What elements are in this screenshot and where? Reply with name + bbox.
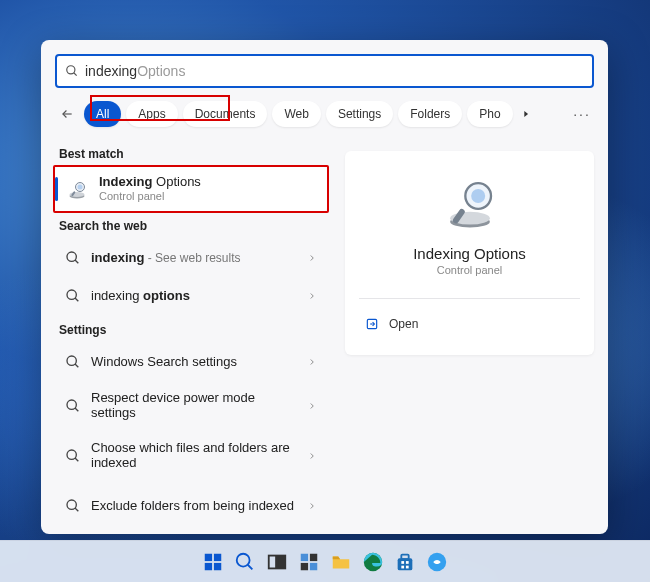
section-best-match: Best match bbox=[59, 147, 323, 161]
widgets-icon bbox=[298, 551, 320, 573]
filter-settings[interactable]: Settings bbox=[326, 101, 393, 127]
filter-photos[interactable]: Pho bbox=[467, 101, 512, 127]
search-icon bbox=[65, 448, 81, 464]
search-icon bbox=[65, 398, 81, 414]
svg-rect-36 bbox=[310, 553, 317, 560]
file-explorer-button[interactable] bbox=[327, 548, 355, 576]
search-icon bbox=[65, 354, 81, 370]
search-icon bbox=[65, 250, 81, 266]
chevron-right-icon bbox=[307, 501, 317, 511]
svg-rect-30 bbox=[214, 562, 221, 569]
web-result-indexing[interactable]: indexing - See web results bbox=[55, 239, 327, 277]
svg-rect-27 bbox=[205, 553, 212, 560]
app-icon bbox=[426, 551, 448, 573]
chevron-right-icon bbox=[307, 357, 317, 367]
best-match-item[interactable]: Indexing Options Control panel bbox=[55, 167, 327, 211]
svg-rect-38 bbox=[310, 562, 317, 569]
svg-point-19 bbox=[67, 500, 76, 509]
settings-result[interactable]: Exclude folders from being indexed bbox=[55, 481, 327, 531]
section-settings: Settings bbox=[59, 323, 323, 337]
section-search-web: Search the web bbox=[59, 219, 323, 233]
svg-rect-28 bbox=[214, 553, 221, 560]
svg-rect-44 bbox=[401, 565, 404, 568]
task-view-icon bbox=[266, 551, 288, 573]
filter-folders[interactable]: Folders bbox=[398, 101, 462, 127]
filter-apps[interactable]: Apps bbox=[126, 101, 177, 127]
svg-point-17 bbox=[67, 450, 76, 459]
results-panel: Best match Indexing Options Control pane… bbox=[41, 139, 341, 534]
svg-line-18 bbox=[75, 458, 78, 461]
search-window: indexing Options All Apps Documents Web … bbox=[41, 40, 608, 534]
svg-rect-43 bbox=[406, 561, 409, 564]
svg-rect-29 bbox=[205, 562, 212, 569]
settings-result[interactable]: Choose which files and folders are index… bbox=[55, 431, 327, 481]
svg-rect-41 bbox=[401, 554, 408, 559]
open-label: Open bbox=[389, 317, 418, 331]
svg-point-15 bbox=[67, 400, 76, 409]
start-button[interactable] bbox=[199, 548, 227, 576]
open-icon bbox=[365, 317, 379, 331]
indexing-options-icon bbox=[65, 177, 89, 201]
detail-panel: Indexing Options Control panel Open bbox=[345, 151, 594, 355]
best-match-subtitle: Control panel bbox=[99, 190, 201, 203]
filter-all[interactable]: All bbox=[84, 101, 121, 127]
svg-point-31 bbox=[237, 553, 250, 566]
chevron-right-icon bbox=[307, 253, 317, 263]
chevron-right-icon bbox=[307, 291, 317, 301]
svg-rect-45 bbox=[406, 565, 409, 568]
chevron-right-icon bbox=[307, 401, 317, 411]
store-button[interactable] bbox=[391, 548, 419, 576]
search-input[interactable]: indexing Options bbox=[55, 54, 594, 88]
svg-rect-35 bbox=[301, 553, 308, 560]
chevron-right-icon bbox=[307, 451, 317, 461]
filter-row: All Apps Documents Web Settings Folders … bbox=[55, 99, 594, 129]
detail-title: Indexing Options bbox=[363, 245, 576, 262]
overflow-menu-button[interactable]: ··· bbox=[570, 106, 594, 122]
svg-rect-37 bbox=[301, 562, 308, 569]
settings-result[interactable]: Respect device power mode settings bbox=[55, 381, 327, 431]
settings-result[interactable]: Windows Search settings bbox=[55, 343, 327, 381]
svg-point-9 bbox=[67, 252, 76, 261]
divider bbox=[359, 298, 580, 299]
folder-icon bbox=[330, 551, 352, 573]
search-typed-text: indexing bbox=[85, 63, 137, 79]
svg-point-0 bbox=[67, 66, 75, 74]
svg-rect-34 bbox=[278, 555, 285, 568]
search-icon bbox=[65, 64, 79, 78]
settings-result-label: Respect device power mode settings bbox=[91, 391, 297, 421]
edge-button[interactable] bbox=[359, 548, 387, 576]
windows-icon bbox=[202, 551, 224, 573]
indexing-options-icon bbox=[442, 175, 498, 231]
web-result-indexing-options[interactable]: indexing options bbox=[55, 277, 327, 315]
filter-documents[interactable]: Documents bbox=[183, 101, 268, 127]
store-icon bbox=[394, 551, 416, 573]
svg-line-12 bbox=[75, 298, 78, 301]
app-button[interactable] bbox=[423, 548, 451, 576]
detail-subtitle: Control panel bbox=[363, 264, 576, 276]
best-match-title: Indexing Options bbox=[99, 175, 201, 190]
back-button[interactable] bbox=[55, 102, 79, 126]
svg-line-32 bbox=[248, 564, 253, 569]
task-view-button[interactable] bbox=[263, 548, 291, 576]
svg-marker-3 bbox=[524, 111, 528, 117]
filter-more-button[interactable] bbox=[518, 109, 534, 119]
svg-point-13 bbox=[67, 356, 76, 365]
svg-line-1 bbox=[74, 73, 77, 76]
taskbar-search-button[interactable] bbox=[231, 548, 259, 576]
search-icon bbox=[234, 551, 256, 573]
svg-rect-33 bbox=[269, 555, 276, 568]
svg-rect-42 bbox=[401, 561, 404, 564]
svg-line-20 bbox=[75, 508, 78, 511]
settings-result-label: Exclude folders from being indexed bbox=[91, 499, 297, 514]
filter-web[interactable]: Web bbox=[272, 101, 320, 127]
svg-point-24 bbox=[471, 189, 485, 203]
widgets-button[interactable] bbox=[295, 548, 323, 576]
search-icon bbox=[65, 288, 81, 304]
search-icon bbox=[65, 498, 81, 514]
open-button[interactable]: Open bbox=[363, 313, 576, 335]
web-result-label: indexing options bbox=[91, 289, 297, 304]
svg-line-10 bbox=[75, 260, 78, 263]
chevron-right-icon bbox=[521, 109, 531, 119]
edge-icon bbox=[362, 551, 384, 573]
search-suggestion-text: Options bbox=[137, 63, 185, 79]
